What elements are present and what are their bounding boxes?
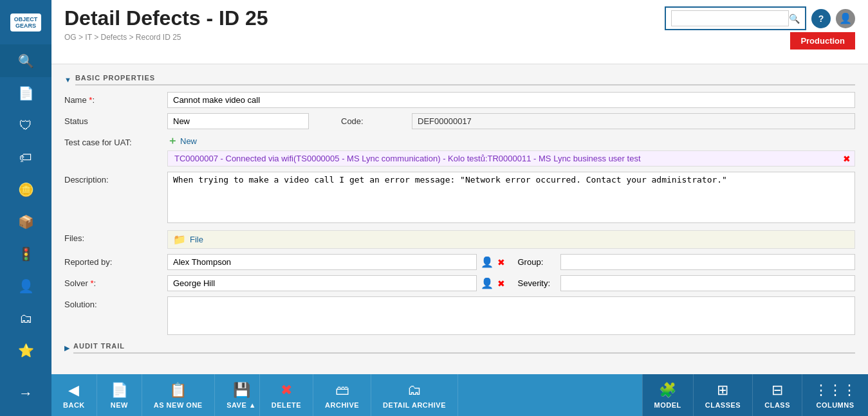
back-label: BACK <box>63 401 85 409</box>
name-field-wrap <box>167 92 855 108</box>
delete-button[interactable]: ✖ DELETE <box>260 374 313 416</box>
delete-label: DELETE <box>272 401 301 409</box>
sidebar-item-shield[interactable]: 🛡 <box>0 109 51 141</box>
basic-properties-section-header: ▼ BASIC PROPERTIES <box>64 74 855 86</box>
sidebar-item-search[interactable]: 🔍 <box>0 45 51 77</box>
search-icon: 🔍 <box>789 14 800 24</box>
classes-button[interactable]: ⊞ CLASSES <box>693 374 752 416</box>
solver-user-icon[interactable]: 👤 <box>481 277 494 289</box>
sidebar-item-user[interactable]: 👤 <box>0 270 51 302</box>
archive-label: ARCHIVE <box>325 401 359 409</box>
traffic-light-icon: 🚦 <box>18 246 34 262</box>
toolbar-right: 🧩 MODEL ⊞ CLASSES ⊟ CLASS ⋮⋮⋮ COLUMNS <box>642 374 868 416</box>
environment-badge: Production <box>790 32 855 50</box>
test-case-label: Test case for UAT: <box>64 134 167 147</box>
status-select[interactable]: New Open In Progress Resolved Closed <box>167 113 309 129</box>
model-button[interactable]: 🧩 MODEL <box>642 374 693 416</box>
arrow-right-icon: → <box>19 385 33 402</box>
shield-icon: 🛡 <box>19 118 32 133</box>
detail-archive-button[interactable]: 🗂 DETAIL ARCHIVE <box>371 374 458 416</box>
toolbar: ◀ BACK 📄 NEW 📋 AS NEW ONE 💾 SAVE ▲ ✖ DEL… <box>51 374 868 416</box>
group-select[interactable] <box>560 254 856 270</box>
sidebar-item-arrow[interactable]: → <box>0 377 51 410</box>
columns-button[interactable]: ⋮⋮⋮ COLUMNS <box>802 374 868 416</box>
delete-icon: ✖ <box>281 382 292 399</box>
header-left: Detail Defects - ID 25 OG > IT > Defects… <box>64 6 268 48</box>
test-case-wrap: ＋ New TC0000007 - Connected via wifi(TS0… <box>167 134 855 167</box>
sidebar-item-grid[interactable]: 🗂 <box>0 302 51 334</box>
severity-select[interactable] <box>560 275 856 291</box>
model-label: MODEL <box>654 401 681 409</box>
solver-label: Solver *: <box>64 275 167 288</box>
documents-icon: 📄 <box>18 86 34 101</box>
test-case-link[interactable]: TC0000007 - Connected via wifi(TS0000005… <box>172 152 838 165</box>
name-label: Name *: <box>64 92 167 105</box>
user-button[interactable]: 👤 <box>836 9 855 28</box>
audit-trail-title: AUDIT TRAIL <box>73 342 855 354</box>
search-icon: 🔍 <box>18 53 34 69</box>
search-input[interactable] <box>671 10 789 26</box>
name-required: * <box>89 95 92 105</box>
severity-label: Severity: <box>518 278 557 288</box>
file-link[interactable]: File <box>190 235 203 244</box>
solver-remove-button[interactable]: ✖ <box>497 278 505 289</box>
tag-icon: 🏷 <box>19 150 32 165</box>
test-case-remove-button[interactable]: ✖ <box>843 154 851 164</box>
new-button[interactable]: 📄 NEW <box>97 374 142 416</box>
archive-button[interactable]: 🗃 ARCHIVE <box>313 374 371 416</box>
classes-label: CLASSES <box>705 401 741 409</box>
description-label: Description: <box>64 172 167 185</box>
solver-severity-wrap: 👤 ✖ Severity: <box>167 275 855 291</box>
page-title: Detail Defects - ID 25 <box>64 6 268 30</box>
reported-group-wrap: 👤 ✖ Group: <box>167 254 855 270</box>
detail-archive-icon: 🗂 <box>407 382 421 399</box>
save-button[interactable]: 💾 SAVE ▲ <box>215 374 260 416</box>
description-field[interactable]: When trying to make a video call I get a… <box>167 172 855 223</box>
main-content: Detail Defects - ID 25 OG > IT > Defects… <box>51 0 868 416</box>
search-box[interactable]: 🔍 <box>665 6 806 30</box>
save-label: SAVE ▲ <box>226 401 256 409</box>
class-label: CLASS <box>764 401 790 409</box>
code-value: DEF00000017 <box>412 113 855 129</box>
back-button[interactable]: ◀ BACK <box>51 374 97 416</box>
coins-icon: 🪙 <box>18 182 34 197</box>
user-icon: 👤 <box>18 278 34 294</box>
page-header: Detail Defects - ID 25 OG > IT > Defects… <box>51 0 868 64</box>
status-code-wrap: New Open In Progress Resolved Closed Cod… <box>167 113 855 129</box>
reported-group-row: Reported by: 👤 ✖ Group: <box>64 254 855 270</box>
group-label: Group: <box>518 257 557 267</box>
solver-severity-row: Solver *: 👤 ✖ Severity: <box>64 275 855 291</box>
as-new-one-label: AS NEW ONE <box>154 401 203 409</box>
sidebar-item-tag[interactable]: 🏷 <box>0 141 51 174</box>
add-new-link[interactable]: ＋ New <box>167 134 855 148</box>
reported-by-user-icon[interactable]: 👤 <box>481 256 494 268</box>
solver-field[interactable] <box>167 275 477 291</box>
star-icon: ⭐ <box>18 343 34 358</box>
sidebar-item-documents[interactable]: 📄 <box>0 77 51 109</box>
section-toggle-basic[interactable]: ▼ <box>64 76 71 84</box>
help-button[interactable]: ? <box>811 9 831 28</box>
solution-wrap <box>167 296 855 337</box>
name-field[interactable] <box>167 92 855 108</box>
section-toggle-audit[interactable]: ▶ <box>64 344 69 352</box>
sidebar-item-star[interactable]: ⭐ <box>0 334 51 366</box>
class-button[interactable]: ⊟ CLASS <box>752 374 802 416</box>
solution-row: Solution: <box>64 296 855 337</box>
sidebar: OBJECT GEARS 🔍 📄 🛡 🏷 🪙 📦 🚦 👤 🗂 ⭐ → <box>0 0 51 416</box>
sidebar-item-status[interactable]: 🚦 <box>0 238 51 270</box>
grid-icon: 🗂 <box>19 311 32 326</box>
sidebar-item-coins[interactable]: 🪙 <box>0 174 51 206</box>
reported-by-remove-button[interactable]: ✖ <box>497 257 505 267</box>
sidebar-item-box[interactable]: 📦 <box>0 206 51 238</box>
box-icon: 📦 <box>18 214 34 230</box>
folder-icon: 📁 <box>173 233 186 246</box>
columns-label: COLUMNS <box>816 401 854 409</box>
as-new-one-button[interactable]: 📋 AS NEW ONE <box>142 374 215 416</box>
solution-field[interactable] <box>167 296 855 335</box>
add-new-label: New <box>180 136 197 146</box>
status-row: Status New Open In Progress Resolved Clo… <box>64 113 855 129</box>
name-row: Name *: <box>64 92 855 108</box>
detail-archive-label: DETAIL ARCHIVE <box>383 401 446 409</box>
reported-by-field[interactable] <box>167 254 477 270</box>
columns-icon: ⋮⋮⋮ <box>814 382 856 399</box>
